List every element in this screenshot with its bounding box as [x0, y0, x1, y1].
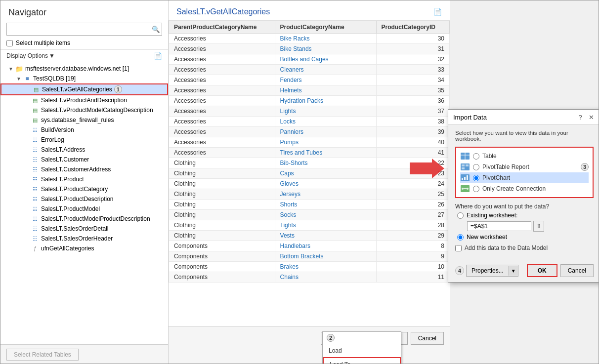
tree-item-address[interactable]: ☷ SalesLT.Address — [0, 145, 168, 155]
table-row: ClothingTights28 — [169, 220, 450, 231]
tree-item-errorlog[interactable]: ☷ ErrorLog — [0, 135, 168, 145]
where-options: Existing worksheet: ⇧ New worksheet — [455, 212, 594, 241]
tree-item-customer[interactable]: ☷ SalesLT.Customer — [0, 155, 168, 164]
custaddr-label: SalesLT.CustomerAddress — [41, 166, 111, 173]
tree-item-productmodel[interactable]: ☷ SalesLT.ProductModel — [0, 204, 168, 214]
data-model-row: Add this data to the Data Model — [455, 244, 594, 251]
table-cell: Accessories — [169, 44, 275, 54]
tree-item-vgetallcategories[interactable]: ▤ SalesLT.vGetAllCategories 1 — [0, 83, 168, 95]
tree-item-vproductanddesc[interactable]: ▤ SalesLT.vProductAndDescription — [0, 95, 168, 105]
pivotchart-view-icon — [460, 174, 470, 182]
table-cell: 36 — [376, 96, 449, 106]
table-row: AccessoriesPumps40 — [169, 137, 450, 148]
tree-item-productmodelproductdesc[interactable]: ☷ SalesLT.ProductModelProductDescription — [0, 214, 168, 224]
connection-radio[interactable] — [473, 186, 479, 192]
col-header-parent: ParentProductCategoryName — [169, 21, 275, 34]
table-cell: Components — [169, 241, 275, 251]
view-label-v3: SalesLT.vProductModelCatalogDescription — [41, 107, 153, 114]
tree-item-sysfirewall[interactable]: ▤ sys.database_firewall_rules — [0, 115, 168, 125]
pivotchart-radio[interactable] — [473, 175, 479, 181]
db-icon: ■ — [23, 75, 31, 82]
cancel-bottom-button[interactable]: Cancel — [411, 332, 444, 345]
table-cell: 26 — [376, 200, 449, 210]
table-option-label: Table — [482, 153, 497, 160]
worksheet-expand-button[interactable]: ⇧ — [533, 221, 544, 232]
select-multiple-checkbox[interactable] — [6, 40, 13, 46]
table-cell: Cleaners — [275, 65, 376, 75]
table-icon-el: ☷ — [31, 136, 39, 144]
table-cell: Clothing — [169, 220, 275, 231]
prod-label: SalesLT.Product — [41, 176, 84, 183]
server-icon: 📁 — [15, 65, 23, 73]
display-options-button[interactable]: Display Options ▼ — [6, 52, 55, 59]
data-panel: SalesLT.vGetAllCategories 📄 ParentProduc… — [169, 0, 450, 326]
table-cell: 38 — [376, 117, 449, 127]
ok-button[interactable]: OK — [527, 264, 557, 277]
pivotchart-option-label: PivotChart — [482, 174, 510, 181]
nav-options-icon[interactable]: 📄 — [154, 52, 162, 60]
table-row: ClothingCaps23 — [169, 168, 450, 179]
table-cell: Bike Stands — [275, 44, 376, 54]
tree-item-vproductmodelcatalog[interactable]: ▤ SalesLT.vProductModelCatalogDescriptio… — [0, 105, 168, 115]
table-row: ComponentsBrakes10 — [169, 262, 450, 272]
display-options-label: Display Options — [6, 52, 48, 59]
search-input[interactable] — [7, 24, 150, 35]
view-icon-v3: ▤ — [31, 106, 39, 114]
table-cell: Components — [169, 272, 275, 283]
svg-point-14 — [467, 188, 469, 190]
table-row: AccessoriesCleaners33 — [169, 65, 450, 75]
data-model-checkbox[interactable] — [455, 245, 462, 251]
prodcat-label: SalesLT.ProductCategory — [41, 186, 108, 193]
table-cell: Lights — [275, 106, 376, 117]
sys-label: sys.database_firewall_rules — [41, 117, 114, 123]
tree-item-productdescription[interactable]: ☷ SalesLT.ProductDescription — [0, 194, 168, 204]
existing-worksheet-radio[interactable] — [457, 212, 464, 219]
table-row: AccessoriesBike Racks30 — [169, 34, 450, 44]
dialog-close-button[interactable]: ✕ — [587, 113, 596, 121]
main-window: Navigator 🔍 Select multiple items Displa… — [0, 0, 599, 364]
pivottable-radio[interactable] — [473, 164, 479, 170]
worksheet-cell-input[interactable] — [467, 221, 531, 231]
table-icon-sod: ☷ — [31, 225, 39, 233]
tree-item-productcategory[interactable]: ☷ SalesLT.ProductCategory — [0, 184, 168, 194]
table-row: AccessoriesTires and Tubes41 — [169, 148, 450, 158]
cancel-dialog-button[interactable]: Cancel — [560, 264, 594, 277]
tree-item-salesorderdetail[interactable]: ☷ SalesLT.SalesOrderDetail — [0, 224, 168, 234]
tree-item-product[interactable]: ☷ SalesLT.Product — [0, 174, 168, 184]
table-row: ClothingGloves24 — [169, 179, 450, 189]
tree-item-salesorderheader[interactable]: ☷ SalesLT.SalesOrderHeader — [0, 234, 168, 243]
bv-label: BuildVersion — [41, 126, 74, 133]
step2-badge: 2 — [327, 334, 335, 342]
table-radio[interactable] — [473, 153, 479, 160]
select-multiple-label: Select multiple items — [16, 40, 70, 46]
table-row: ComponentsBottom Brackets9 — [169, 251, 450, 262]
new-worksheet-radio[interactable] — [457, 234, 464, 241]
nav-tree-area[interactable]: ▼ 📁 msftestserver.database.windows.net [… — [0, 62, 168, 344]
properties-section: 4 Properties... ▼ — [455, 265, 518, 277]
tree-item-customeraddress[interactable]: ☷ SalesLT.CustomerAddress — [0, 164, 168, 174]
svg-rect-10 — [464, 177, 466, 180]
col-header-name: ProductCategoryName — [275, 21, 376, 34]
worksheet-input-row: ⇧ — [467, 221, 594, 232]
import-dialog-body: Select how you want to view this data in… — [448, 125, 599, 261]
tree-item-db[interactable]: ▼ ■ TestSQLDB [19] — [0, 74, 168, 83]
search-button[interactable]: 🔍 — [150, 23, 162, 35]
table-cell: Tires and Tubes — [275, 148, 376, 158]
table-cell: 24 — [376, 179, 449, 189]
dialog-help-button[interactable]: ? — [576, 113, 585, 121]
table-cell: Components — [169, 251, 275, 262]
select-related-tables-button[interactable]: Select Related Tables — [6, 349, 79, 361]
data-table: ParentProductCategoryName ProductCategor… — [169, 21, 450, 283]
load-dropdown-load-to[interactable]: Load To... — [323, 357, 401, 364]
load-dropdown-load[interactable]: Load — [323, 344, 401, 357]
tree-item-server[interactable]: ▼ 📁 msftestserver.database.windows.net [… — [0, 64, 168, 74]
table-cell: Accessories — [169, 54, 275, 65]
properties-button[interactable]: Properties... ▼ — [466, 265, 518, 277]
step3-badge: 3 — [581, 163, 589, 171]
data-table-area[interactable]: ParentProductCategoryName ProductCategor… — [169, 21, 450, 326]
tree-item-ufngetallcategories[interactable]: ƒ ufnGetAllCategories — [0, 243, 168, 253]
table-cell: Accessories — [169, 85, 275, 96]
table-cell: 27 — [376, 210, 449, 220]
tree-item-buildversion[interactable]: ☷ BuildVersion — [0, 125, 168, 135]
data-panel-options-icon[interactable]: 📄 — [433, 8, 442, 16]
